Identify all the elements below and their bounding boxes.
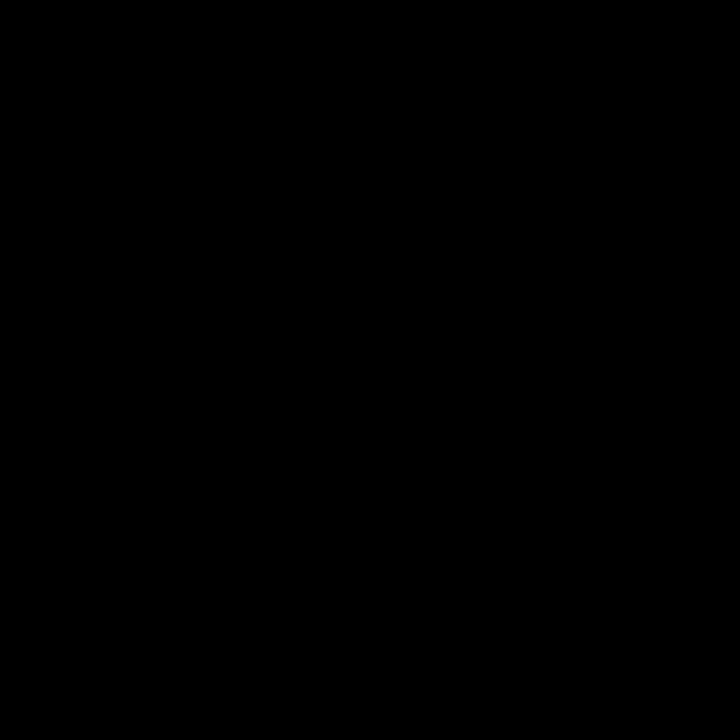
chart-container bbox=[0, 0, 728, 728]
frame-rect bbox=[0, 0, 728, 728]
bottleneck-chart bbox=[0, 0, 728, 728]
